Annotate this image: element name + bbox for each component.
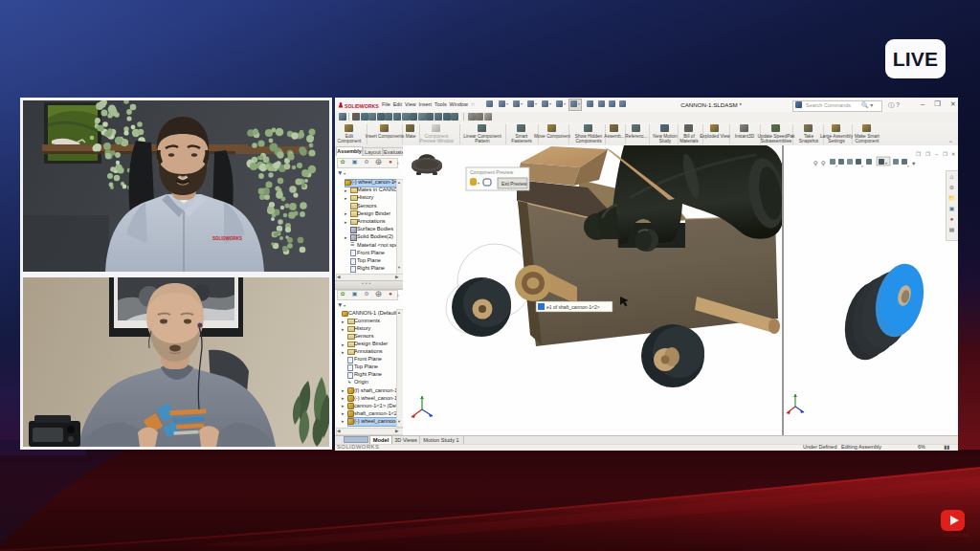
- svg-text:⚲: ⚲: [813, 160, 818, 166]
- svg-text:Exit Preview: Exit Preview: [501, 182, 527, 187]
- svg-text:❐: ❐: [925, 151, 930, 157]
- svg-text:⚲: ⚲: [821, 160, 826, 166]
- svg-text:▼: ▼: [911, 161, 916, 166]
- svg-text:❐: ❐: [943, 151, 947, 157]
- svg-text:▾: ▾: [478, 181, 479, 186]
- svg-text:–: –: [935, 151, 939, 157]
- svg-text:✕: ✕: [951, 151, 956, 157]
- svg-text:▾: ▾: [835, 165, 837, 168]
- svg-text:SOLIDWORKS: SOLIDWORKS: [345, 103, 379, 109]
- svg-text:SOLIDWORKS: SOLIDWORKS: [212, 236, 242, 241]
- svg-text:❐: ❐: [916, 151, 921, 157]
- svg-text:e1 of shaft_cannon-1<2>: e1 of shaft_cannon-1<2>: [546, 304, 600, 310]
- svg-text:▾: ▾: [861, 165, 863, 168]
- svg-text:YouTube LIVE: YouTube LIVE: [942, 533, 969, 538]
- svg-text:▾: ▾: [907, 165, 909, 168]
- svg-text:▾: ▾: [885, 161, 887, 165]
- svg-text:Component Preview: Component Preview: [470, 169, 513, 175]
